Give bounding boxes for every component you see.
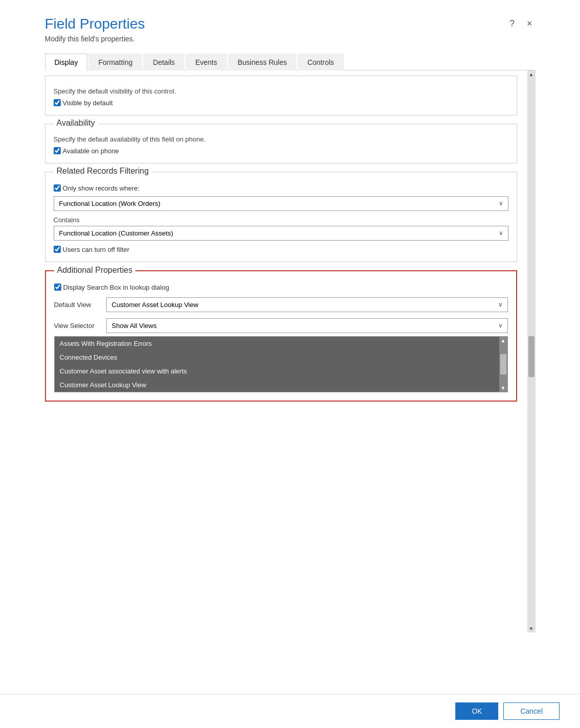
availability-legend: Availability <box>54 119 98 128</box>
scroll-thumb <box>500 354 506 374</box>
default-view-row: Default View Customer Asset Lookup View <box>54 297 508 312</box>
dropdown-scrollbar: ▲ ▼ <box>499 337 507 392</box>
related-records-legend: Related Records Filtering <box>54 167 152 176</box>
turn-off-filter-row: Users can turn off filter <box>54 246 508 253</box>
tab-controls[interactable]: Controls <box>297 54 343 71</box>
view-selector-select-wrapper: Show All Views <box>106 318 508 333</box>
default-view-label: Default View <box>54 301 100 309</box>
list-item[interactable]: Customer Asset associated view with aler… <box>55 364 499 378</box>
list-item[interactable]: Customer Asset Lookup View <box>55 378 499 392</box>
availability-desc: Specify the default availability of this… <box>54 135 508 143</box>
additional-properties-section: Additional Properties Display Search Box… <box>45 270 517 402</box>
visibility-checkbox-row: Visible by default <box>54 99 508 107</box>
dialog-title: Field Properties <box>45 15 145 33</box>
only-show-records-row: Only show records where: <box>54 184 508 192</box>
search-box-label: Display Search Box in lookup dialog <box>63 284 169 291</box>
search-box-row: Display Search Box in lookup dialog <box>54 284 508 291</box>
list-item[interactable]: Connected Devices <box>55 350 499 364</box>
visibility-desc: Specify the default visibility of this c… <box>54 87 508 95</box>
customer-assets-select-wrapper: Functional Location (Customer Assets) <box>54 226 508 241</box>
default-view-select[interactable]: Customer Asset Lookup View <box>106 297 508 312</box>
available-on-phone-checkbox[interactable] <box>54 147 61 154</box>
list-item[interactable]: Assets With Registration Errors <box>55 337 499 350</box>
only-show-records-label: Only show records where: <box>63 184 140 192</box>
visible-by-default-checkbox[interactable] <box>54 99 61 106</box>
available-on-phone-label: Available on phone <box>63 147 119 155</box>
work-orders-select[interactable]: Functional Location (Work Orders) <box>54 196 508 211</box>
cancel-button[interactable]: Cancel <box>503 702 560 720</box>
view-selector-row: View Selector Show All Views <box>54 318 508 333</box>
tab-display[interactable]: Display <box>45 54 88 71</box>
tabs-bar: Display Formatting Details Events Busine… <box>45 53 536 71</box>
scroll-down-arrow[interactable]: ▼ <box>501 385 506 391</box>
tab-details[interactable]: Details <box>143 54 184 71</box>
tab-business-rules[interactable]: Business Rules <box>228 54 297 71</box>
customer-assets-select[interactable]: Functional Location (Customer Assets) <box>54 226 508 241</box>
dialog-footer: OK Cancel <box>0 694 580 728</box>
ok-button[interactable]: OK <box>455 702 498 720</box>
dropdown-list-inner: Assets With Registration Errors Connecte… <box>55 337 499 392</box>
scroll-up-arrow[interactable]: ▲ <box>501 338 506 343</box>
dialog-subtitle: Modify this field's properties. <box>45 35 145 43</box>
only-show-records-checkbox[interactable] <box>54 184 61 192</box>
visibility-section: Specify the default visibility of this c… <box>45 76 517 115</box>
default-view-select-wrapper: Customer Asset Lookup View <box>106 297 508 312</box>
views-dropdown-list: Assets With Registration Errors Connecte… <box>54 336 508 392</box>
view-selector-select[interactable]: Show All Views <box>106 318 508 333</box>
main-scrollbar: ▲ ▼ <box>527 71 536 632</box>
scroll-down-icon[interactable]: ▼ <box>529 626 534 631</box>
related-records-section: Related Records Filtering Only show reco… <box>45 172 517 262</box>
additional-properties-legend: Additional Properties <box>54 266 136 275</box>
contains-label: Contains <box>54 216 508 224</box>
visible-by-default-label: Visible by default <box>63 99 113 107</box>
turn-off-filter-label: Users can turn off filter <box>63 246 130 253</box>
scroll-thumb <box>528 336 535 377</box>
search-box-checkbox[interactable] <box>54 284 61 291</box>
availability-section: Availability Specify the default availab… <box>45 124 517 163</box>
work-orders-select-wrapper: Functional Location (Work Orders) <box>54 196 508 211</box>
scroll-up-icon[interactable]: ▲ <box>529 72 534 77</box>
close-button[interactable]: × <box>524 17 536 30</box>
help-button[interactable]: ? <box>506 17 518 30</box>
turn-off-filter-checkbox[interactable] <box>54 246 61 253</box>
tab-formatting[interactable]: Formatting <box>88 54 142 71</box>
tab-events[interactable]: Events <box>185 54 227 71</box>
view-selector-label: View Selector <box>54 322 100 330</box>
availability-checkbox-row: Available on phone <box>54 147 508 155</box>
